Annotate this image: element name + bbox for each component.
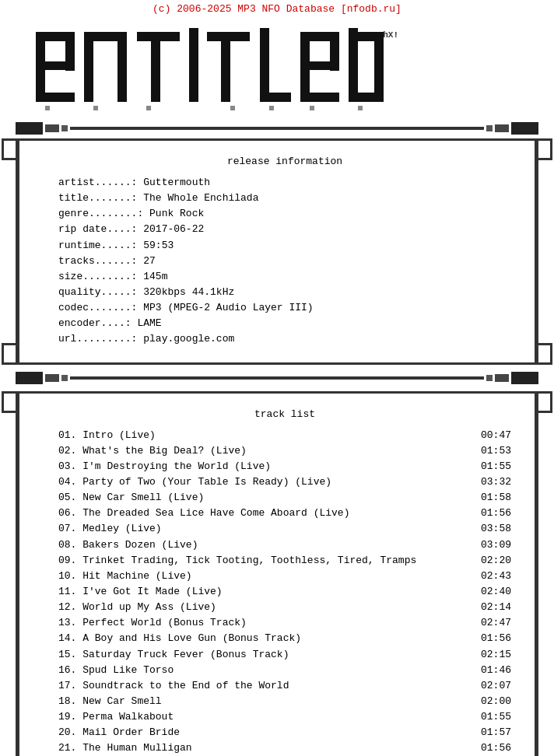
artist-line: artist......: Guttermouth <box>58 175 511 191</box>
genre-line: genre........: Punk Rock <box>58 206 511 222</box>
logo-area: hX! .lc { fill: #111; } <box>0 16 554 121</box>
table-row: 14. A Boy and His Love Gun (Bonus Track)… <box>58 631 511 646</box>
track-name: 08. Bakers Dozen (Live) <box>58 537 198 553</box>
svg-rect-11 <box>189 28 198 34</box>
tracklist-section-title: track list <box>58 408 511 420</box>
table-row: 21. The Human Mulligan01:56 <box>58 740 511 756</box>
track-name: 03. I'm Destroying the World (Live) <box>58 459 271 474</box>
size-line: size........: 145m <box>58 269 511 285</box>
top-deco-band <box>16 121 538 135</box>
track-name: 02. What's the Big Deal? (Live) <box>58 443 247 459</box>
track-time: 02:43 <box>481 569 511 584</box>
table-row: 17. Soundtrack to the End of the World02… <box>58 678 511 694</box>
svg-rect-15 <box>260 93 291 102</box>
track-time: 02:14 <box>481 600 511 615</box>
table-row: 20. Mail Order Bride01:57 <box>58 725 511 740</box>
track-time: 01:53 <box>481 443 511 459</box>
table-row: 06. The Dreaded Sea Lice Have Come Aboar… <box>58 506 511 521</box>
track-time: 00:47 <box>481 428 511 443</box>
svg-rect-13 <box>221 32 230 102</box>
track-time: 02:00 <box>481 694 511 709</box>
table-row: 19. Perma Walkabout01:55 <box>58 709 511 725</box>
track-name: 14. A Boy and His Love Gun (Bonus Track) <box>58 631 301 646</box>
copyright-text: (c) 2006-2025 MP3 NFO Database [nfodb.ru… <box>153 3 401 15</box>
svg-rect-28 <box>230 106 235 110</box>
svg-rect-26 <box>93 106 98 110</box>
track-name: 15. Saturday Truck Fever (Bonus Track) <box>58 647 289 663</box>
track-time: 03:58 <box>481 521 511 537</box>
table-row: 03. I'm Destroying the World (Live)01:55 <box>58 459 511 474</box>
track-name: 19. Perma Walkabout <box>58 709 174 725</box>
table-row: 08. Bakers Dozen (Live)03:09 <box>58 537 511 553</box>
track-name: 06. The Dreaded Sea Lice Have Come Aboar… <box>58 506 349 521</box>
table-row: 07. Medley (Live)03:58 <box>58 521 511 537</box>
svg-rect-25 <box>45 106 50 110</box>
track-name: 09. Trinket Trading, Tick Tooting, Tooth… <box>58 553 416 569</box>
table-row: 16. Spud Like Torso01:46 <box>58 663 511 678</box>
track-time: 01:56 <box>481 631 511 646</box>
url-line: url.........: play.google.com <box>58 331 511 347</box>
runtime-line: runtime.....: 59:53 <box>58 238 511 254</box>
release-section-title: release information <box>58 156 511 167</box>
table-row: 05. New Car Smell (Live)01:58 <box>58 490 511 506</box>
svg-rect-14 <box>260 28 269 102</box>
svg-rect-9 <box>151 32 160 102</box>
track-time: 02:47 <box>481 615 511 631</box>
middle-deco-band <box>16 371 538 385</box>
hx-badge: hX! <box>383 30 398 40</box>
quality-line: quality.....: 320kbps 44.1kHz <box>58 285 511 300</box>
svg-rect-7 <box>117 32 127 102</box>
svg-rect-29 <box>269 106 274 110</box>
codec-line: codec.......: MP3 (MPEG-2 Audio Layer II… <box>58 300 511 316</box>
track-time: 01:56 <box>481 506 511 521</box>
tracks-line: tracks......: 27 <box>58 254 511 269</box>
track-time: 01:55 <box>481 459 511 474</box>
track-time: 01:57 <box>481 725 511 740</box>
release-section: release information artist......: Gutter… <box>16 138 538 365</box>
track-time: 01:58 <box>481 490 511 506</box>
track-name: 18. New Car Smell <box>58 694 162 709</box>
track-name: 16. Spud Like Torso <box>58 663 174 678</box>
tracklist-section: track list 01. Intro (Live)00:4702. What… <box>16 391 538 756</box>
table-row: 12. World up My Ass (Live)02:14 <box>58 600 511 615</box>
table-row: 18. New Car Smell02:00 <box>58 694 511 709</box>
table-row: 13. Perfect World (Bonus Track)02:47 <box>58 615 511 631</box>
track-name: 10. Hit Machine (Live) <box>58 569 192 584</box>
track-name: 17. Soundtrack to the End of the World <box>58 678 289 694</box>
track-name: 13. Perfect World (Bonus Track) <box>58 615 247 631</box>
svg-rect-30 <box>310 106 314 110</box>
svg-rect-19 <box>300 93 339 102</box>
track-list: 01. Intro (Live)00:4702. What's the Big … <box>58 428 511 756</box>
table-row: 09. Trinket Trading, Tick Tooting, Tooth… <box>58 553 511 569</box>
track-name: 20. Mail Order Bride <box>58 725 180 740</box>
track-name: 07. Medley (Live) <box>58 521 162 537</box>
table-row: 04. Party of Two (Your Table Is Ready) (… <box>58 474 511 490</box>
track-time: 01:55 <box>481 709 511 725</box>
track-time: 02:20 <box>481 553 511 569</box>
title-line: title.......: The Whole Enchilada <box>58 191 511 206</box>
svg-rect-5 <box>84 32 93 102</box>
svg-rect-31 <box>358 106 363 110</box>
rip-date-line: rip date....: 2017-06-22 <box>58 222 511 237</box>
table-row: 10. Hit Machine (Live)02:43 <box>58 569 511 584</box>
svg-rect-4 <box>65 32 75 71</box>
svg-rect-27 <box>146 106 151 110</box>
track-time: 02:40 <box>481 584 511 600</box>
table-row: 11. I've Got It Made (Live)02:40 <box>58 584 511 600</box>
table-row: 02. What's the Big Deal? (Live)01:53 <box>58 443 511 459</box>
track-time: 02:15 <box>481 647 511 663</box>
track-name: 11. I've Got It Made (Live) <box>58 584 223 600</box>
track-time: 02:07 <box>481 678 511 694</box>
copyright-bar: (c) 2006-2025 MP3 NFO Database [nfodb.ru… <box>0 0 554 16</box>
track-name: 12. World up My Ass (Live) <box>58 600 216 615</box>
svg-rect-24 <box>374 32 384 102</box>
track-name: 05. New Car Smell (Live) <box>58 490 204 506</box>
track-time: 03:09 <box>481 537 511 553</box>
table-row: 01. Intro (Live)00:47 <box>58 428 511 443</box>
track-name: 04. Party of Two (Your Table Is Ready) (… <box>58 474 331 490</box>
svg-rect-3 <box>36 93 75 102</box>
svg-rect-20 <box>330 32 339 71</box>
track-time: 01:46 <box>481 663 511 678</box>
track-time: 03:32 <box>481 474 511 490</box>
track-name: 21. The Human Mulligan <box>58 740 192 756</box>
